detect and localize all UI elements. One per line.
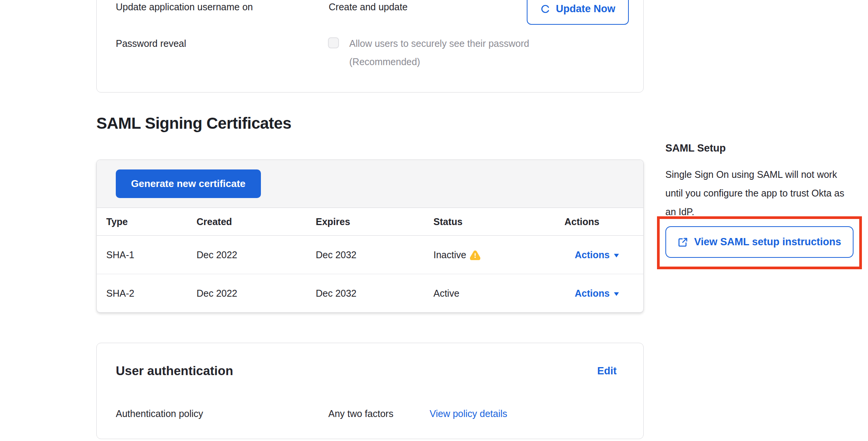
view-saml-setup-label: View SAML setup instructions xyxy=(694,236,841,248)
page-title: SAML Signing Certificates xyxy=(96,114,291,133)
actions-dropdown[interactable]: Actions xyxy=(575,274,619,313)
authentication-policy-label: Authentication policy xyxy=(116,408,203,419)
update-now-button[interactable]: Update Now xyxy=(527,0,629,25)
saml-setup-description: Single Sign On using SAML will not work … xyxy=(665,165,844,221)
user-authentication-card: User authentication Edit Authentication … xyxy=(96,343,644,439)
password-reveal-checkbox[interactable] xyxy=(328,37,339,48)
username-update-label: Update application username on xyxy=(116,1,253,13)
warning-icon xyxy=(470,250,480,260)
page: Update application username on Create an… xyxy=(0,0,868,441)
cert-status: Active xyxy=(433,288,459,299)
generate-certificate-button[interactable]: Generate new certificate xyxy=(116,169,261,198)
password-reveal-label: Password reveal xyxy=(116,38,186,49)
cert-status: Inactive xyxy=(433,249,466,260)
saml-setup-title: SAML Setup xyxy=(665,142,726,154)
sign-on-settings-card: Update application username on Create an… xyxy=(96,0,644,93)
cert-expires: Dec 2032 xyxy=(316,274,356,313)
edit-link[interactable]: Edit xyxy=(597,365,617,377)
cert-type: SHA-1 xyxy=(106,236,134,274)
cert-created: Dec 2022 xyxy=(197,236,237,274)
actions-dropdown-label: Actions xyxy=(575,288,610,299)
column-header-expires: Expires xyxy=(316,208,350,235)
column-header-created: Created xyxy=(197,208,232,235)
column-header-type: Type xyxy=(106,208,128,235)
certificates-toolbar: Generate new certificate xyxy=(97,160,643,208)
chevron-down-icon xyxy=(614,292,619,296)
table-header-row: Type Created Expires Status Actions xyxy=(97,208,643,236)
column-header-status: Status xyxy=(433,208,462,235)
cert-created: Dec 2022 xyxy=(197,274,237,313)
cert-type: SHA-2 xyxy=(106,274,134,313)
actions-dropdown[interactable]: Actions xyxy=(575,236,619,274)
view-policy-details-link[interactable]: View policy details xyxy=(430,408,507,419)
password-reveal-option-text: Allow users to securely see their passwo… xyxy=(349,38,529,49)
certificates-card: Generate new certificate Type Created Ex… xyxy=(96,160,644,313)
external-link-icon xyxy=(678,237,688,248)
password-reveal-option-note: (Recommended) xyxy=(349,56,420,67)
username-update-value: Create and update xyxy=(329,1,408,13)
column-header-actions: Actions xyxy=(564,208,599,235)
user-authentication-title: User authentication xyxy=(116,363,233,379)
update-now-label: Update Now xyxy=(556,3,615,15)
actions-dropdown-label: Actions xyxy=(575,249,610,260)
refresh-icon xyxy=(540,4,550,14)
chevron-down-icon xyxy=(614,253,619,258)
table-row: SHA-2 Dec 2022 Dec 2032 Active Actions xyxy=(97,274,643,313)
cert-expires: Dec 2032 xyxy=(316,236,356,274)
table-row: SHA-1 Dec 2022 Dec 2032 Inactive Actions xyxy=(97,236,643,274)
authentication-policy-value: Any two factors xyxy=(328,408,393,419)
view-saml-setup-instructions-button[interactable]: View SAML setup instructions xyxy=(665,226,854,258)
